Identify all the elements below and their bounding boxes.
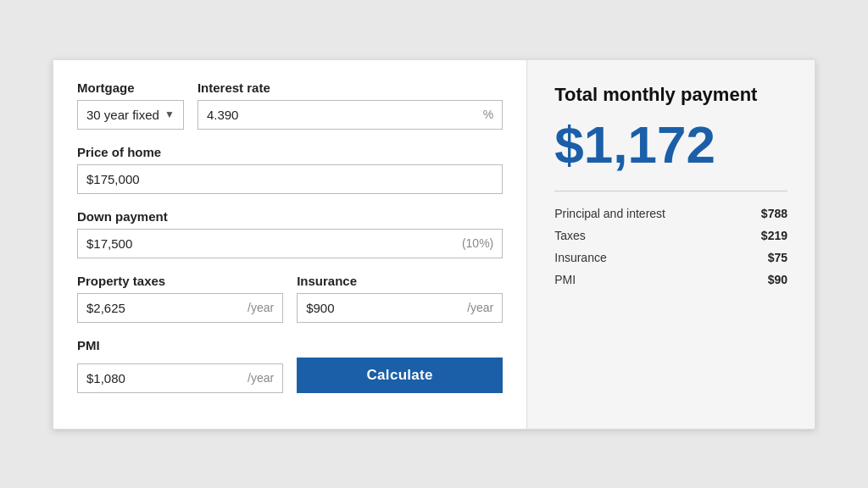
pmi-group: PMI /year Calculate <box>77 338 503 393</box>
insurance-input-wrap: /year <box>297 293 503 323</box>
mortgage-field-group: Mortgage 30 year fixed ▼ <box>77 80 184 130</box>
mortgage-select[interactable]: 30 year fixed <box>86 108 159 122</box>
tax-insurance-row: Property taxes /year Insurance /year <box>77 274 503 323</box>
breakdown-value: $788 <box>761 207 787 220</box>
divider <box>554 191 787 191</box>
breakdown-value: $75 <box>768 251 787 264</box>
pmi-suffix: /year <box>248 371 274 385</box>
tax-suffix: /year <box>248 301 274 314</box>
insurance-field-group: Insurance /year <box>297 274 503 323</box>
tax-input-wrap: /year <box>77 293 283 323</box>
calculator-wrapper: Mortgage 30 year fixed ▼ Interest rate %… <box>53 59 815 430</box>
breakdown-label: PMI <box>554 273 576 286</box>
down-label: Down payment <box>77 209 503 224</box>
mortgage-interest-row: Mortgage 30 year fixed ▼ Interest rate % <box>77 80 503 130</box>
mortgage-select-wrap[interactable]: 30 year fixed ▼ <box>77 100 184 130</box>
price-input[interactable] <box>86 172 493 186</box>
tax-label: Property taxes <box>77 274 283 288</box>
breakdown-label: Insurance <box>554 251 606 264</box>
pmi-input[interactable] <box>86 371 248 385</box>
down-suffix: (10%) <box>462 236 493 250</box>
left-panel: Mortgage 30 year fixed ▼ Interest rate %… <box>53 60 527 429</box>
breakdown-row: Taxes $219 <box>554 229 787 242</box>
down-input-wrap: (10%) <box>77 229 503 258</box>
insurance-suffix: /year <box>467 301 493 314</box>
breakdown-value: $90 <box>768 273 787 286</box>
breakdown-label: Principal and interest <box>554 207 665 220</box>
breakdown-row: PMI $90 <box>554 273 787 286</box>
breakdown-label: Taxes <box>554 229 586 242</box>
pmi-input-wrap: /year <box>77 363 283 393</box>
chevron-down-icon: ▼ <box>164 108 175 120</box>
insurance-label: Insurance <box>297 274 503 288</box>
interest-label: Interest rate <box>198 80 503 95</box>
breakdown-row: Principal and interest $788 <box>554 207 787 220</box>
insurance-input[interactable] <box>306 301 467 315</box>
interest-field-group: Interest rate % <box>198 80 503 130</box>
breakdown-row: Insurance $75 <box>554 251 787 264</box>
mortgage-label: Mortgage <box>77 80 184 95</box>
pmi-label: PMI <box>77 338 503 352</box>
total-monthly-label: Total monthly payment <box>554 84 787 106</box>
down-group: Down payment (10%) <box>77 209 503 258</box>
pmi-field: /year <box>77 363 283 393</box>
total-amount: $1,172 <box>554 116 787 174</box>
down-input[interactable] <box>86 236 462 251</box>
price-input-wrap <box>77 164 503 194</box>
breakdown-rows: Principal and interest $788 Taxes $219 I… <box>554 207 787 286</box>
tax-input[interactable] <box>86 301 248 315</box>
interest-suffix: % <box>483 108 493 121</box>
price-group: Price of home <box>77 145 503 194</box>
interest-input-wrap: % <box>198 100 503 130</box>
interest-input[interactable] <box>207 108 483 122</box>
tax-field-group: Property taxes /year <box>77 274 283 323</box>
breakdown-value: $219 <box>761 229 787 242</box>
calculate-button[interactable]: Calculate <box>297 358 503 393</box>
price-label: Price of home <box>77 145 503 159</box>
pmi-calc-row: /year Calculate <box>77 358 503 393</box>
right-panel: Total monthly payment $1,172 Principal a… <box>527 60 815 429</box>
